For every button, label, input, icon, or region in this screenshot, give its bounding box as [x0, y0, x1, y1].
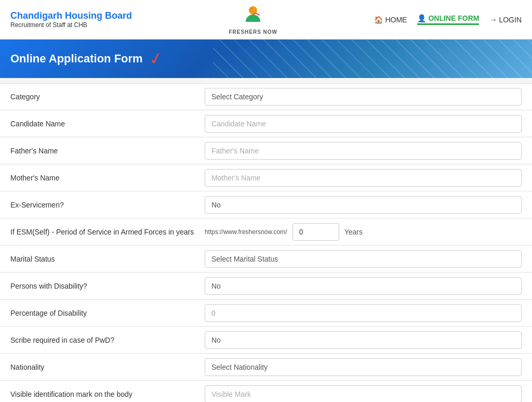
ex-servicemen-field: No Yes [205, 196, 522, 214]
esm-period-field: https://www.freshersnow.com/ Years [205, 223, 522, 241]
disability-label: Persons with Disability? [10, 282, 205, 290]
esm-period-row: If ESM(Self) - Period of Service in Arme… [0, 218, 532, 245]
ex-servicemen-select[interactable]: No Yes [205, 196, 522, 214]
header-nav: 🏠 HOME 👤 ONLINE FORM → LOGIN [374, 14, 522, 25]
nav-online-form-label: ONLINE FORM [428, 14, 479, 22]
candidate-name-label: Candidate Name [10, 120, 205, 128]
disability-percentage-input[interactable] [205, 304, 522, 322]
marital-status-row: Marital Status Select Marital Status Sin… [0, 245, 532, 273]
visible-mark-label: Visible identification mark on the body [10, 390, 205, 398]
visible-mark-row: Visible identification mark on the body [0, 381, 532, 402]
ex-servicemen-label: Ex-Servicemen? [10, 201, 205, 209]
nav-login-label: LOGIN [499, 16, 522, 24]
father-name-row: Father's Name [0, 137, 532, 164]
candidate-name-row: Candidate Name [0, 110, 532, 137]
mother-name-label: Mother's Name [10, 174, 205, 182]
disability-percentage-row: Percentage of Disability [0, 300, 532, 327]
years-label: Years [344, 228, 363, 236]
father-name-field [205, 142, 522, 160]
logo-area: FRESHERS NOW [229, 4, 277, 35]
scribe-select[interactable]: No Yes [205, 331, 522, 349]
scribe-label: Scribe required in case of PwD? [10, 336, 205, 344]
esm-period-label: If ESM(Self) - Period of Service in Arme… [10, 228, 205, 236]
site-header: Chandigarh Housing Board Recruitment of … [0, 0, 532, 40]
checkmark-icon: ✓ [148, 48, 165, 70]
esm-input-group: https://www.freshersnow.com/ Years [205, 223, 522, 241]
marital-status-field: Select Marital Status Single Married Div… [205, 250, 522, 268]
nationality-label: Nationality [10, 363, 205, 371]
category-row: Category Select Category General OBC SC … [0, 83, 532, 110]
visible-mark-input[interactable] [205, 385, 522, 403]
father-name-input[interactable] [205, 142, 522, 160]
candidate-name-field [205, 115, 522, 133]
esm-years-input[interactable] [292, 223, 339, 241]
nav-home[interactable]: 🏠 HOME [374, 16, 407, 24]
marital-status-select[interactable]: Select Marital Status Single Married Div… [205, 250, 522, 268]
category-field: Select Category General OBC SC ST EWS [205, 88, 522, 106]
disability-field: No Yes [205, 277, 522, 295]
category-label: Category [10, 93, 205, 101]
logo-text: FRESHERS NOW [229, 29, 277, 35]
org-name: Chandigarh Housing Board [10, 10, 132, 21]
disability-percentage-label: Percentage of Disability [10, 309, 205, 317]
org-branding: Chandigarh Housing Board Recruitment of … [10, 10, 132, 29]
nav-login[interactable]: → LOGIN [489, 16, 522, 24]
nationality-field: Select Nationality Indian Other [205, 358, 522, 376]
org-subtitle: Recruitment of Staff at CHB [10, 21, 132, 29]
scribe-field: No Yes [205, 331, 522, 349]
scribe-row: Scribe required in case of PwD? No Yes [0, 327, 532, 354]
nationality-row: Nationality Select Nationality Indian Ot… [0, 354, 532, 381]
mother-name-row: Mother's Name [0, 164, 532, 191]
login-icon: → [489, 16, 497, 24]
esm-url: https://www.freshersnow.com/ [205, 228, 287, 236]
freshers-now-logo [241, 4, 265, 29]
category-select[interactable]: Select Category General OBC SC ST EWS [205, 88, 522, 106]
mother-name-field [205, 169, 522, 187]
nav-online-form[interactable]: 👤 ONLINE FORM [417, 14, 479, 25]
person-icon: 👤 [417, 14, 426, 22]
father-name-label: Father's Name [10, 147, 205, 155]
candidate-name-input[interactable] [205, 115, 522, 133]
page-banner: Online Application Form ✓ [0, 40, 532, 78]
banner-decoration [213, 40, 532, 78]
nav-home-label: HOME [385, 16, 407, 24]
page-title: Online Application Form [10, 52, 143, 66]
disability-select[interactable]: No Yes [205, 277, 522, 295]
mother-name-input[interactable] [205, 169, 522, 187]
visible-mark-field [205, 385, 522, 403]
disability-percentage-field [205, 304, 522, 322]
application-form: Category Select Category General OBC SC … [0, 83, 532, 402]
home-icon: 🏠 [374, 16, 383, 24]
ex-servicemen-row: Ex-Servicemen? No Yes [0, 191, 532, 218]
marital-status-label: Marital Status [10, 255, 205, 263]
nationality-select[interactable]: Select Nationality Indian Other [205, 358, 522, 376]
disability-row: Persons with Disability? No Yes [0, 273, 532, 300]
